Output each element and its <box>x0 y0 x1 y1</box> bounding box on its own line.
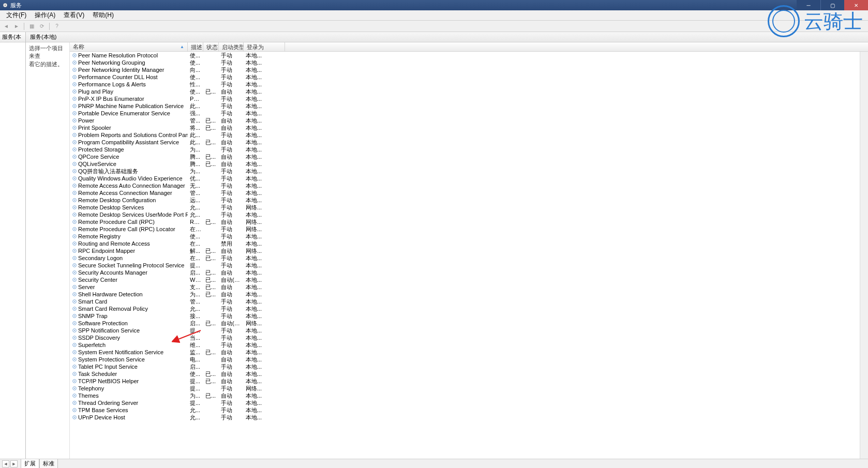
service-row[interactable]: Secondary Logon在...已...手动本地... <box>70 254 868 262</box>
service-row[interactable]: Program Compatibility Assistant Service此… <box>70 139 868 146</box>
service-row[interactable]: Remote Procedure Call (RPC) Locator在 ...… <box>70 225 868 233</box>
service-row[interactable]: SPP Notification Service提...手动本地... <box>70 327 868 334</box>
service-row[interactable]: Plug and Play使...已...自动本地... <box>70 88 868 95</box>
back-button[interactable]: ◄ <box>2 22 10 31</box>
service-desc-cell: 在... <box>188 254 203 262</box>
service-row[interactable]: Server支...已...自动本地... <box>70 283 868 291</box>
svg-point-97 <box>74 395 75 396</box>
toolbar-button[interactable]: ▦ <box>27 22 36 31</box>
service-row[interactable]: Performance Counter DLL Host使...手动本地... <box>70 73 868 81</box>
service-name-cell: Smart Card Removal Policy <box>70 306 188 312</box>
tree-root[interactable]: 服务(本 <box>0 32 25 42</box>
service-row[interactable]: QQ拼音输入法基础服务为...手动本地... <box>70 168 868 175</box>
service-desc-cell: 远... <box>188 197 203 204</box>
service-row[interactable]: Quality Windows Audio Video Experience优.… <box>70 175 868 182</box>
service-row[interactable]: Power管...已...自动本地... <box>70 117 868 124</box>
service-name-cell: Remote Access Connection Manager <box>70 190 188 196</box>
col-header-logon[interactable]: 登录为 <box>244 42 285 51</box>
service-row[interactable]: Security Accounts Manager启...已...自动本地... <box>70 269 868 276</box>
svg-point-27 <box>74 142 75 143</box>
service-name: Secure Socket Tunneling Protocol Service <box>78 262 184 268</box>
service-row[interactable]: System Event Notification Service监...已..… <box>70 349 868 356</box>
service-startup-cell: 手动 <box>219 73 244 81</box>
service-logon-cell: 本地... <box>244 168 285 175</box>
nav-prev-button[interactable]: ◄ <box>2 460 9 467</box>
service-name-cell: Task Scheduler <box>70 371 188 377</box>
service-row[interactable]: Shell Hardware Detection为...已...自动本地... <box>70 291 868 298</box>
service-row[interactable]: Remote Procedure Call (RPC)RP...已...自动网络… <box>70 218 868 225</box>
menu-action[interactable]: 操作(A) <box>31 10 59 21</box>
service-row[interactable]: Remote Access Connection Manager管...手动本地… <box>70 189 868 197</box>
service-name-cell: System Protection Service <box>70 356 188 363</box>
service-row[interactable]: Print Spooler将...已...自动本地... <box>70 124 868 131</box>
help-button[interactable]: ? <box>53 22 61 31</box>
menu-file[interactable]: 文件(F) <box>2 10 31 21</box>
svg-point-51 <box>74 229 75 230</box>
service-row[interactable]: Telephony提...手动网络... <box>70 385 868 392</box>
gear-icon <box>72 335 77 340</box>
service-row[interactable]: Remote Access Auto Connection Manager无..… <box>70 182 868 189</box>
service-row[interactable]: SSDP Discovery当...手动本地... <box>70 334 868 341</box>
service-desc-cell: 允... <box>188 211 203 219</box>
service-row[interactable]: Task Scheduler使...已...自动本地... <box>70 370 868 378</box>
minimize-button[interactable]: ─ <box>797 0 820 10</box>
service-row[interactable]: Problem Reports and Solutions Control Pa… <box>70 131 868 139</box>
service-row[interactable]: Remote Desktop Configuration远...手动本地... <box>70 197 868 204</box>
service-row[interactable]: Remote Registry使...手动本地... <box>70 233 868 240</box>
service-row[interactable]: Themes为...已...自动本地... <box>70 392 868 399</box>
col-header-name[interactable]: 名称▲ <box>70 42 188 51</box>
service-row[interactable]: RPC Endpoint Mapper解...已...自动网络... <box>70 247 868 254</box>
service-row[interactable]: PnP-X IP Bus EnumeratorPn...手动本地... <box>70 95 868 102</box>
service-row[interactable]: Peer Networking Identity Manager向...手动本地… <box>70 66 868 73</box>
service-row[interactable]: TCP/IP NetBIOS Helper提...已...自动本地... <box>70 378 868 385</box>
col-header-startup[interactable]: 启动类型 <box>219 42 244 51</box>
service-desc-cell: 优... <box>188 175 203 183</box>
service-startup-cell: 自动 <box>219 283 244 291</box>
col-header-desc[interactable]: 描述 <box>188 42 203 51</box>
service-name: Remote Desktop Services UserMode Port Re… <box>78 212 188 218</box>
close-button[interactable]: ✕ <box>844 0 868 10</box>
service-row[interactable]: Peer Name Resolution Protocol使...手动本地... <box>70 52 868 59</box>
service-row[interactable]: Performance Logs & Alerts性...手动本地... <box>70 81 868 88</box>
service-row[interactable]: System Protection Service电...自动本地... <box>70 356 868 363</box>
service-row[interactable]: UPnP Device Host允...手动本地... <box>70 414 868 421</box>
service-row[interactable]: PNRP Machine Name Publication Service此..… <box>70 102 868 110</box>
vertical-scrollbar[interactable] <box>860 52 868 459</box>
service-row[interactable]: TPM Base Services允...手动本地... <box>70 406 868 414</box>
service-row[interactable]: Software Protection启...已...自动(延...网络... <box>70 320 868 327</box>
service-row[interactable]: Superfetch维...手动本地... <box>70 341 868 349</box>
maximize-button[interactable]: ▢ <box>820 0 844 10</box>
service-row[interactable]: Security CenterWS...已...自动(延...本地... <box>70 276 868 283</box>
service-row[interactable]: Smart Card管...手动本地... <box>70 298 868 305</box>
service-name-cell: RPC Endpoint Mapper <box>70 248 188 254</box>
menu-help[interactable]: 帮助(H) <box>88 10 118 21</box>
desc-line2: 看它的描述。 <box>29 61 66 68</box>
service-name: TCP/IP NetBIOS Helper <box>78 378 139 384</box>
forward-button[interactable]: ► <box>12 22 21 31</box>
service-row[interactable]: QQLiveService腾...已...自动本地... <box>70 160 868 168</box>
service-row[interactable]: SNMP Trap接...手动本地... <box>70 312 868 320</box>
service-row[interactable]: Routing and Remote Access在...禁用本地... <box>70 240 868 247</box>
refresh-button[interactable]: ⟳ <box>38 22 46 31</box>
service-row[interactable]: Thread Ordering Server提...手动本地... <box>70 399 868 406</box>
tab-extended[interactable]: 扩展 <box>21 459 39 469</box>
tab-standard[interactable]: 标准 <box>39 459 58 469</box>
service-row[interactable]: Smart Card Removal Policy允...手动本地... <box>70 305 868 312</box>
gear-icon <box>72 227 77 232</box>
service-startup-cell: 自动 <box>219 88 244 96</box>
menu-view[interactable]: 查看(V) <box>59 10 88 21</box>
service-name: Problem Reports and Solutions Control Pa… <box>78 132 188 138</box>
service-row[interactable]: Peer Networking Grouping使...手动本地... <box>70 59 868 66</box>
service-name: PnP-X IP Bus Enumerator <box>78 96 144 102</box>
service-row[interactable]: QPCore Service腾...已...自动本地... <box>70 153 868 160</box>
nav-next-button[interactable]: ► <box>10 460 18 467</box>
service-row[interactable]: Protected Storage为...手动本地... <box>70 146 868 153</box>
service-row[interactable]: Secure Socket Tunneling Protocol Service… <box>70 262 868 269</box>
service-name: QQLiveService <box>78 161 116 167</box>
service-row[interactable]: Remote Desktop Services UserMode Port Re… <box>70 211 868 218</box>
service-row[interactable]: Remote Desktop Services允...手动网络... <box>70 204 868 211</box>
service-row[interactable]: Portable Device Enumerator Service强...手动… <box>70 110 868 117</box>
service-name-cell: Problem Reports and Solutions Control Pa… <box>70 132 188 138</box>
service-row[interactable]: Tablet PC Input Service启...手动本地... <box>70 363 868 370</box>
col-header-status[interactable]: 状态 <box>203 42 219 51</box>
